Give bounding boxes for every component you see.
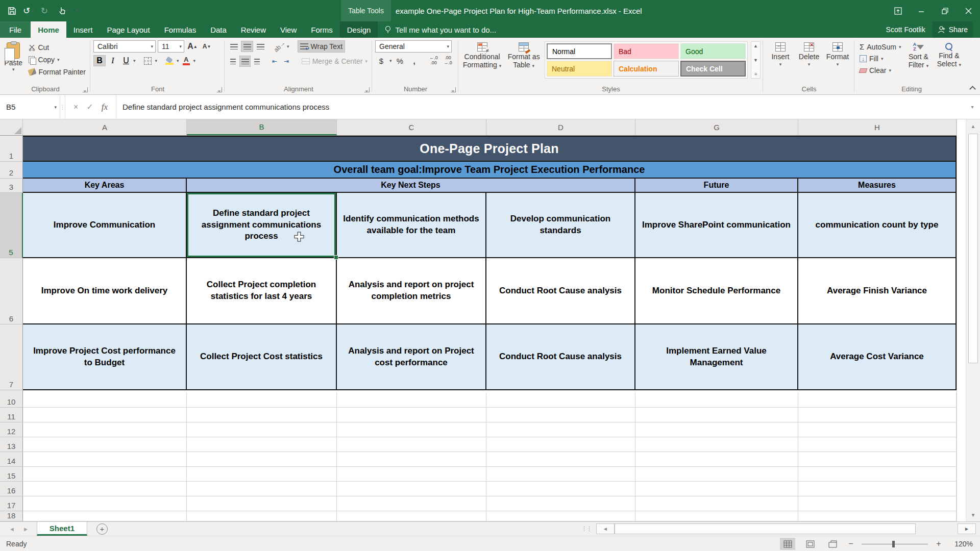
empty-cell[interactable]: [635, 408, 798, 422]
font-color-button[interactable]: A: [180, 55, 192, 66]
decrease-decimal-button[interactable]: .00→.0: [442, 55, 454, 66]
orientation-button[interactable]: ab→: [274, 41, 286, 52]
empty-cell[interactable]: [798, 452, 957, 467]
style-bad[interactable]: Bad: [614, 43, 679, 59]
scroll-left-button[interactable]: ◄: [596, 523, 615, 534]
style-check-cell[interactable]: Check Cell: [680, 61, 746, 77]
font-name-select[interactable]: Calibri▾: [93, 40, 156, 53]
empty-cell[interactable]: [486, 408, 635, 422]
format-painter-button[interactable]: Format Painter: [27, 67, 88, 77]
fill-handle[interactable]: [334, 255, 338, 260]
tab-file[interactable]: File: [0, 21, 31, 38]
cell-measures[interactable]: Measures: [798, 179, 957, 193]
cell-a5[interactable]: Improve Communication: [23, 193, 187, 258]
align-left-button[interactable]: [228, 56, 238, 67]
row-header-16[interactable]: 16: [0, 482, 23, 496]
close-button[interactable]: [957, 0, 980, 21]
style-neutral[interactable]: Neutral: [547, 61, 612, 77]
empty-cell[interactable]: [187, 452, 337, 467]
style-calculation[interactable]: Calculation: [614, 61, 679, 77]
tab-forms[interactable]: Forms: [304, 21, 340, 38]
empty-cell[interactable]: [486, 422, 635, 437]
name-box-dropdown[interactable]: ▾: [54, 105, 57, 110]
empty-cell[interactable]: [23, 393, 187, 408]
empty-cell[interactable]: [187, 408, 337, 422]
empty-cell[interactable]: [187, 422, 337, 437]
scroll-down-button[interactable]: ▼: [966, 508, 980, 521]
conditional-formatting-button[interactable]: ConditionalFormatting ▾: [461, 40, 503, 69]
number-format-select[interactable]: General▾: [375, 40, 452, 53]
gallery-down-button[interactable]: ▼: [753, 58, 758, 63]
tab-formulas[interactable]: Formulas: [157, 21, 204, 38]
cell-future[interactable]: Future: [635, 179, 798, 193]
column-header-b[interactable]: B: [187, 119, 337, 135]
row-header-13[interactable]: 13: [0, 437, 23, 452]
redo-button[interactable]: ↻▾: [41, 6, 52, 16]
confirm-entry-button[interactable]: ✓: [86, 102, 93, 112]
collapse-ribbon-button[interactable]: [970, 85, 975, 90]
expand-formula-bar-button[interactable]: ▾: [965, 95, 980, 119]
empty-cell[interactable]: [23, 482, 187, 496]
align-bottom-button[interactable]: [254, 41, 266, 52]
row-header-14[interactable]: 14: [0, 452, 23, 467]
decrease-indent-button[interactable]: ⇤: [269, 56, 280, 67]
underline-dropdown[interactable]: ▾: [133, 58, 136, 63]
autosum-button[interactable]: ΣAutoSum▾: [857, 41, 903, 52]
italic-button[interactable]: I: [107, 55, 119, 66]
cell-b5-selected[interactable]: Define standard project assignment commu…: [187, 193, 337, 258]
cell-b6[interactable]: Collect Project completion statistics fo…: [187, 258, 337, 324]
row-header-10[interactable]: 10: [0, 393, 23, 408]
page-layout-view-button[interactable]: [802, 538, 818, 550]
clipboard-dialog-launcher[interactable]: [83, 87, 88, 92]
minimize-button[interactable]: [910, 0, 933, 21]
tell-me-box[interactable]: Tell me what you want to do...: [378, 21, 503, 38]
row-header-6[interactable]: 6: [0, 258, 23, 324]
font-color-dropdown[interactable]: ▾: [193, 58, 196, 63]
empty-cell[interactable]: [187, 482, 337, 496]
format-cells-button[interactable]: Format▾: [823, 40, 852, 84]
copy-dropdown[interactable]: ▾: [57, 57, 60, 62]
row-header-5[interactable]: 5: [0, 193, 23, 258]
tab-data[interactable]: Data: [203, 21, 234, 38]
increase-font-size-button[interactable]: A▲: [186, 41, 199, 52]
empty-cell[interactable]: [635, 496, 798, 511]
borders-button[interactable]: [142, 55, 154, 66]
row-header-3[interactable]: 3: [0, 179, 23, 193]
zoom-slider[interactable]: [862, 544, 928, 544]
cut-button[interactable]: Cut: [27, 42, 88, 53]
vertical-scroll-thumb[interactable]: [968, 134, 978, 363]
cell-g7[interactable]: Implement Earned Value Management: [635, 324, 798, 390]
empty-cell[interactable]: [798, 393, 957, 408]
empty-cell[interactable]: [798, 408, 957, 422]
empty-cell[interactable]: [23, 437, 187, 452]
row-header-12[interactable]: 12: [0, 422, 23, 437]
increase-indent-button[interactable]: ⇥: [281, 56, 292, 67]
merge-center-dropdown[interactable]: ▾: [365, 59, 368, 64]
empty-cell[interactable]: [798, 467, 957, 482]
redo-dropdown[interactable]: ▾: [49, 8, 52, 13]
scroll-up-button[interactable]: ▲: [966, 119, 980, 133]
empty-cell[interactable]: [337, 422, 486, 437]
touch-mode-button[interactable]: ▾: [59, 7, 69, 15]
fill-dropdown[interactable]: ▾: [881, 56, 884, 61]
row-header-11[interactable]: 11: [0, 408, 23, 422]
ribbon-display-options-button[interactable]: [886, 0, 910, 21]
decrease-font-size-button[interactable]: A▼: [201, 41, 213, 52]
empty-cell[interactable]: [23, 408, 187, 422]
empty-cell[interactable]: [23, 422, 187, 437]
gallery-up-button[interactable]: ▲: [753, 43, 758, 48]
sort-filter-button[interactable]: AZ Sort &Filter ▾: [903, 40, 934, 84]
empty-cell[interactable]: [187, 496, 337, 511]
bold-button[interactable]: B: [93, 55, 106, 66]
column-header-g[interactable]: G: [635, 119, 798, 135]
empty-cell[interactable]: [798, 437, 957, 452]
empty-cell[interactable]: [337, 452, 486, 467]
zoom-out-button[interactable]: −: [847, 539, 854, 548]
cell-h5[interactable]: communication count by type: [798, 193, 957, 258]
currency-format-button[interactable]: $: [375, 55, 387, 66]
column-header-h[interactable]: H: [798, 119, 957, 135]
cell-d6[interactable]: Conduct Root Cause analysis: [486, 258, 635, 324]
tab-design[interactable]: Design: [340, 21, 378, 38]
user-name[interactable]: Scott Footlik: [886, 26, 925, 34]
align-middle-button[interactable]: [241, 41, 253, 52]
